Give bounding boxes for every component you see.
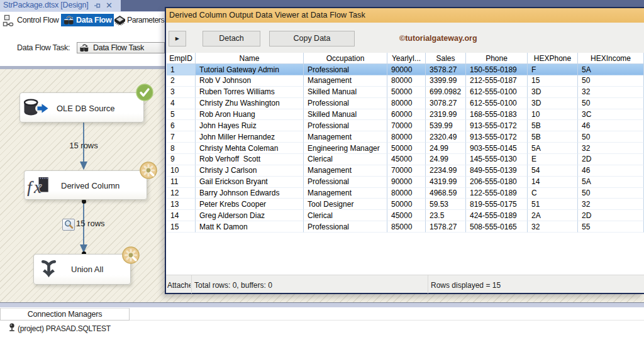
svg-text:fx: fx — [27, 178, 44, 197]
